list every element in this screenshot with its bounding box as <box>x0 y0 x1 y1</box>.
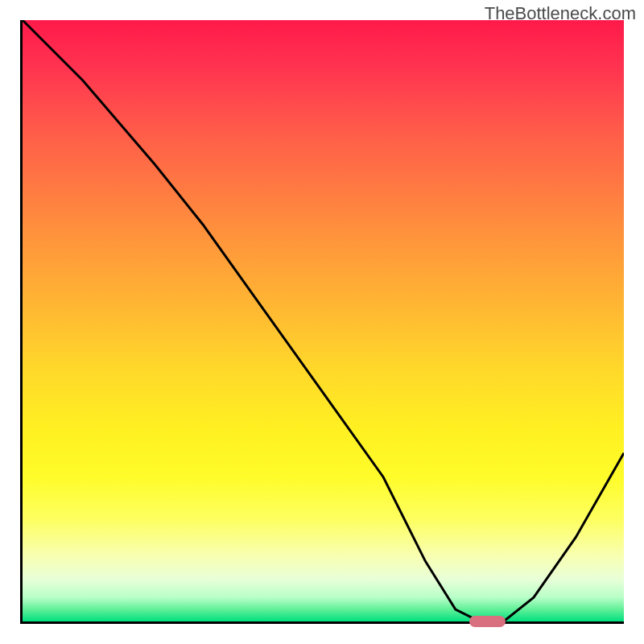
optimum-marker <box>469 616 506 627</box>
watermark-text: TheBottleneck.com <box>485 3 636 24</box>
plot-area <box>20 20 624 624</box>
bottleneck-curve <box>23 20 624 621</box>
